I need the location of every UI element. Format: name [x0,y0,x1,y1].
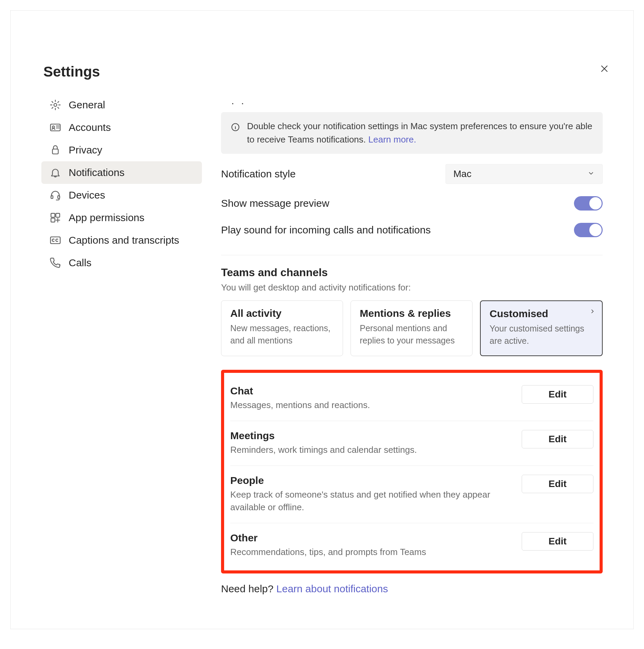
teams-section-subtitle: You will get desktop and activity notifi… [221,282,603,293]
edit-row-chat: Chat Messages, mentions and reactions. E… [230,376,593,421]
learn-about-notifications-link[interactable]: Learn about notifications [276,583,388,594]
notification-style-label: Notification style [221,168,296,180]
edit-row-people: People Keep track of someone's status an… [230,466,593,523]
overflow-indicator: . . [231,95,603,107]
edit-row-title: People [230,475,507,486]
edit-row-desc: Reminders, work timings and calendar set… [230,444,417,456]
sidebar-item-label: Calls [69,257,92,269]
svg-point-2 [52,126,54,128]
help-line: Need help? Learn about notifications [221,583,603,595]
message-preview-label: Show message preview [221,198,329,209]
sidebar-item-captions[interactable]: Captions and transcripts [41,229,202,252]
play-sound-toggle[interactable] [574,223,603,237]
card-title: Customised [490,308,593,320]
chevron-right-icon [589,308,596,316]
settings-sidebar: General Accounts Privacy Notifications [41,94,202,605]
edit-row-title: Meetings [230,430,417,442]
edit-people-button[interactable]: Edit [522,475,593,493]
teams-section-title: Teams and channels [221,266,603,279]
banner-learn-more-link[interactable]: Learn more. [368,134,416,145]
sidebar-item-label: Notifications [69,167,124,178]
page-title: Settings [43,64,603,80]
sidebar-item-label: Accounts [69,122,111,133]
id-card-icon [50,122,61,133]
preset-card-mentions[interactable]: Mentions & replies Personal mentions and… [351,300,472,356]
chevron-down-icon [587,168,595,179]
banner-text: Double check your notification settings … [247,121,592,145]
sidebar-item-calls[interactable]: Calls [41,252,202,274]
sidebar-item-label: Captions and transcripts [69,234,179,246]
edit-row-desc: Recommendations, tips, and prompts from … [230,546,426,558]
card-desc: Your customised settings are active. [490,322,593,347]
sidebar-item-app-permissions[interactable]: App permissions [41,206,202,229]
section-divider [221,255,603,255]
phone-icon [50,257,61,269]
card-title: All activity [230,308,334,319]
edit-row-meetings: Meetings Reminders, work timings and cal… [230,421,593,466]
edit-row-other: Other Recommendations, tips, and prompts… [230,523,593,568]
edit-row-desc: Messages, mentions and reactions. [230,399,370,411]
message-preview-toggle[interactable] [574,196,603,211]
notifications-panel: . . Double check your notification setti… [221,94,603,605]
sidebar-item-accounts[interactable]: Accounts [41,116,202,139]
lock-icon [50,144,61,156]
sidebar-item-label: Devices [69,189,105,201]
help-prefix: Need help? [221,583,276,594]
svg-rect-6 [51,213,55,217]
close-button[interactable] [599,64,609,75]
system-pref-banner: Double check your notification settings … [221,112,603,154]
sidebar-item-privacy[interactable]: Privacy [41,139,202,161]
card-title: Mentions & replies [360,308,463,319]
edit-row-desc: Keep track of someone's status and get n… [230,488,507,513]
apps-icon [50,212,61,224]
bell-icon [50,167,61,178]
gear-icon [50,99,61,111]
play-sound-label: Play sound for incoming calls and notifi… [221,224,431,236]
svg-rect-5 [58,195,60,199]
sidebar-item-notifications[interactable]: Notifications [41,161,202,184]
sidebar-item-label: App permissions [69,212,145,224]
svg-point-0 [54,104,57,107]
svg-rect-8 [51,218,55,222]
captions-icon [50,234,61,246]
settings-window: Settings General Accounts Privacy [10,10,634,629]
edit-other-button[interactable]: Edit [522,532,593,551]
svg-rect-4 [51,195,53,199]
card-desc: New messages, reactions, and all mention… [230,322,334,347]
headset-icon [50,189,61,201]
dropdown-selected-value: Mac [453,168,471,179]
sidebar-item-label: General [69,99,105,111]
sidebar-item-label: Privacy [69,144,102,156]
sidebar-item-general[interactable]: General [41,94,202,116]
edit-row-title: Other [230,532,426,544]
svg-rect-3 [53,149,58,154]
notification-style-dropdown[interactable]: Mac [446,164,603,184]
preset-card-all-activity[interactable]: All activity New messages, reactions, an… [221,300,343,356]
preset-card-customised[interactable]: Customised Your customised settings are … [480,300,603,356]
svg-rect-1 [51,124,60,131]
edit-row-title: Chat [230,385,370,397]
highlighted-edit-sections: Chat Messages, mentions and reactions. E… [221,370,603,574]
info-icon [231,122,240,136]
svg-rect-7 [56,213,59,217]
card-desc: Personal mentions and replies to your me… [360,322,463,347]
sidebar-item-devices[interactable]: Devices [41,184,202,206]
edit-meetings-button[interactable]: Edit [522,430,593,448]
edit-chat-button[interactable]: Edit [522,385,593,404]
